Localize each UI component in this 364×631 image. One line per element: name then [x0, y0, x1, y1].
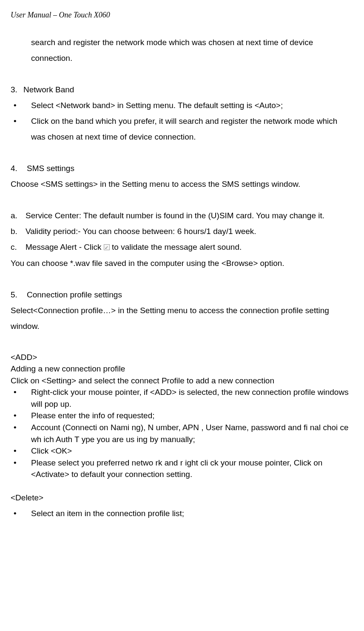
- bullet-icon: •: [11, 410, 31, 422]
- bullet-text: Click <OK>: [31, 445, 349, 457]
- document-body: search and register the network mode whi…: [11, 34, 349, 521]
- bullet-text: Right-click your mouse pointer, if <ADD>…: [31, 386, 349, 410]
- bullet-icon: •: [11, 113, 31, 129]
- add-bullet-1: • Right-click your mouse pointer, if <AD…: [11, 386, 349, 410]
- intro-continuation: search and register the network mode whi…: [11, 34, 349, 66]
- section-3-bullet-1: • Select <Network band> in Setting menu.…: [11, 97, 349, 113]
- message-alert-suffix: to validate the message alert sound.: [112, 243, 242, 251]
- bullet-text: Please enter the info of requested;: [31, 410, 349, 422]
- letter-marker: a.: [11, 208, 26, 223]
- section-3-bullet-2: • Click on the band which you prefer, it…: [11, 113, 349, 145]
- add-bullet-2: • Please enter the info of requested;: [11, 410, 349, 422]
- add-bullet-3: • Account (Connecti on Nami ng), N umber…: [11, 422, 349, 445]
- bullet-icon: •: [11, 97, 31, 113]
- letter-marker: b.: [11, 223, 26, 239]
- bullet-icon: •: [11, 445, 31, 457]
- delete-heading: <Delete>: [11, 490, 349, 505]
- add-heading: <ADD>: [11, 351, 349, 363]
- checkbox-icon: [104, 244, 110, 250]
- section-number: 5.: [11, 287, 27, 303]
- section-4-after: You can choose *.wav file saved in the c…: [11, 255, 349, 271]
- bullet-icon: •: [11, 505, 31, 521]
- letter-marker: c.: [11, 239, 26, 255]
- bullet-text: Account (Connecti on Nami ng), N umber, …: [31, 422, 349, 445]
- section-4-item-b: b. Validity period:- You can choose betw…: [11, 223, 349, 239]
- section-4-heading: 4. SMS settings: [11, 160, 349, 176]
- add-bullet-4: • Click <OK>: [11, 445, 349, 457]
- add-bullet-5: • Please select you preferred netwo rk a…: [11, 457, 349, 480]
- section-title: Network Band: [23, 82, 74, 97]
- section-number: 4.: [11, 160, 27, 176]
- bullet-icon: •: [11, 386, 31, 398]
- letter-text: Message Alert - Click to validate the me…: [26, 239, 349, 255]
- message-alert-prefix: Message Alert - Click: [26, 243, 104, 251]
- bullet-text: Click on the band which you prefer, it w…: [31, 113, 349, 145]
- section-4-paragraph: Choose <SMS settings> in the Setting men…: [11, 176, 349, 192]
- bullet-text: Select an item in the connection profile…: [31, 505, 349, 521]
- page-header: User Manual – One Touch X060: [11, 11, 349, 20]
- delete-bullet-1: • Select an item in the connection profi…: [11, 505, 349, 521]
- section-4-item-a: a. Service Center: The default number is…: [11, 208, 349, 223]
- bullet-icon: •: [11, 422, 31, 434]
- bullet-icon: •: [11, 457, 31, 469]
- letter-text: Service Center: The default number is fo…: [26, 208, 349, 223]
- section-3-heading: 3. Network Band: [11, 82, 349, 97]
- section-number: 3.: [11, 82, 23, 97]
- bullet-text: Select <Network band> in Setting menu. T…: [31, 97, 349, 113]
- add-sub2: Click on <Setting> and select the connec…: [11, 375, 349, 387]
- add-sub1: Adding a new connection profile: [11, 363, 349, 375]
- bullet-text: Please select you preferred netwo rk and…: [31, 457, 349, 480]
- letter-text: Validity period:- You can choose between…: [26, 223, 349, 239]
- section-5-heading: 5. Connection profile settings: [11, 287, 349, 303]
- section-title: Connection profile settings: [27, 287, 122, 303]
- section-4-item-c: c. Message Alert - Click to validate the…: [11, 239, 349, 255]
- section-5-paragraph: Select<Connection profile…> in the Setti…: [11, 303, 349, 334]
- section-title: SMS settings: [27, 160, 74, 176]
